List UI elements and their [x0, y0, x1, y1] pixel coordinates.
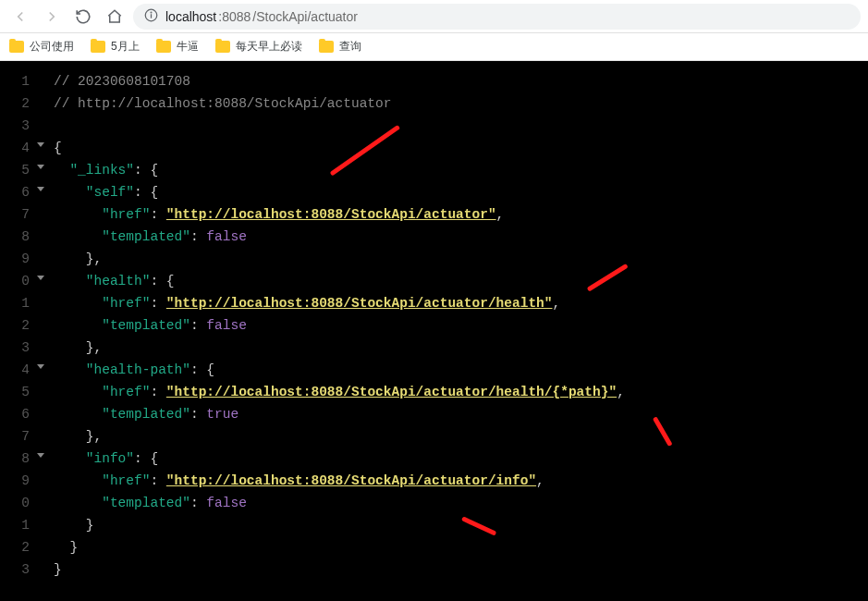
comment-url: http://localhost:8088/StockApi/actuator [78, 96, 391, 111]
bookmark-item[interactable]: 牛逼 [156, 39, 199, 55]
line-number: 2 [0, 92, 35, 115]
bookmark-item[interactable]: 5月上 [91, 39, 140, 55]
fold-icon[interactable] [37, 364, 44, 369]
line-number: 1 [0, 514, 35, 536]
line-number[interactable]: 4 [0, 359, 35, 381]
line-number[interactable]: 6 [0, 181, 35, 203]
line-number: 3 [0, 337, 35, 359]
bookmark-label: 查询 [339, 39, 361, 55]
folder-icon [91, 41, 105, 53]
line-number: 6 [0, 403, 35, 425]
line-number: 8 [0, 226, 35, 248]
comment-timestamp: 20230608101708 [78, 74, 190, 89]
folder-icon [156, 41, 171, 53]
json-key-templated: "templated" [102, 496, 190, 510]
url-port: :8088 [218, 9, 251, 24]
bookmark-label: 每天早上必读 [236, 39, 302, 55]
json-key-health: "health" [86, 274, 151, 288]
json-viewer: 1 2 3 4 5 6 7 8 9 0 1 2 3 4 5 6 7 8 9 0 … [0, 61, 868, 601]
url-host: localhost [165, 9, 216, 24]
json-key-self: "self" [86, 185, 134, 200]
fold-icon[interactable] [37, 187, 44, 191]
json-key-templated: "templated" [102, 407, 190, 422]
json-bool: true [206, 407, 238, 422]
bookmark-item[interactable]: 查询 [319, 39, 361, 55]
annotation-stroke [653, 416, 673, 447]
json-key-links: "_links" [69, 163, 134, 178]
folder-icon [215, 41, 230, 53]
url-path: /StockApi/actuator [252, 9, 358, 24]
json-key-health-path: "health-path" [86, 362, 190, 377]
svg-point-2 [151, 12, 152, 13]
json-key-templated: "templated" [102, 229, 190, 244]
json-link[interactable]: "http://localhost:8088/StockApi/actuator… [166, 296, 553, 311]
line-number: 9 [0, 470, 35, 492]
line-number: 3 [0, 115, 35, 137]
url-bar[interactable]: localhost:8088/StockApi/actuator [133, 4, 861, 30]
folder-icon [9, 41, 24, 53]
fold-icon[interactable] [37, 453, 44, 458]
line-number: 1 [0, 292, 35, 314]
json-key-templated: "templated" [102, 318, 190, 333]
fold-icon[interactable] [37, 142, 44, 147]
bookmark-label: 公司使用 [30, 39, 74, 55]
json-key-href: "href" [102, 296, 150, 311]
url-text: localhost:8088/StockApi/actuator [165, 9, 358, 24]
json-bool: false [206, 229, 247, 244]
line-number: 7 [0, 425, 35, 448]
bookmarks-bar: 公司使用 5月上 牛逼 每天早上必读 查询 [0, 33, 868, 61]
fold-icon[interactable] [37, 276, 44, 280]
line-number[interactable]: 4 [0, 137, 35, 159]
bookmark-label: 牛逼 [177, 39, 199, 55]
line-number[interactable]: 0 [0, 270, 35, 292]
browser-toolbar: localhost:8088/StockApi/actuator [0, 0, 868, 33]
line-number: 2 [0, 314, 35, 337]
fold-icon[interactable] [37, 165, 44, 169]
json-link[interactable]: "http://localhost:8088/StockApi/actuator… [166, 385, 617, 399]
json-link[interactable]: "http://localhost:8088/StockApi/actuator… [166, 473, 536, 488]
site-info-icon[interactable] [144, 8, 158, 25]
code-content[interactable]: // 20230608101708 // http://localhost:80… [35, 61, 625, 601]
line-number[interactable]: 8 [0, 448, 35, 470]
json-bool: false [206, 496, 247, 510]
line-number: 7 [0, 203, 35, 226]
bookmark-item[interactable]: 每天早上必读 [215, 39, 302, 55]
back-button[interactable] [7, 4, 33, 30]
line-number: 5 [0, 381, 35, 403]
reload-button[interactable] [70, 4, 96, 30]
line-number[interactable]: 5 [0, 159, 35, 181]
line-number: 3 [0, 558, 35, 581]
json-bool: false [206, 318, 247, 333]
json-key-href: "href" [102, 473, 150, 488]
json-key-href: "href" [102, 207, 150, 222]
line-gutter: 1 2 3 4 5 6 7 8 9 0 1 2 3 4 5 6 7 8 9 0 … [0, 61, 35, 601]
line-number: 1 [0, 70, 35, 92]
line-number: 2 [0, 536, 35, 558]
line-number: 9 [0, 248, 35, 270]
bookmark-item[interactable]: 公司使用 [9, 39, 74, 55]
json-key-href: "href" [102, 385, 150, 399]
json-link[interactable]: "http://localhost:8088/StockApi/actuator… [166, 207, 496, 222]
folder-icon [319, 41, 334, 53]
home-button[interactable] [102, 4, 128, 30]
bookmark-label: 5月上 [111, 39, 140, 55]
forward-button[interactable] [39, 4, 65, 30]
line-number: 0 [0, 492, 35, 514]
json-key-info: "info" [86, 451, 134, 466]
